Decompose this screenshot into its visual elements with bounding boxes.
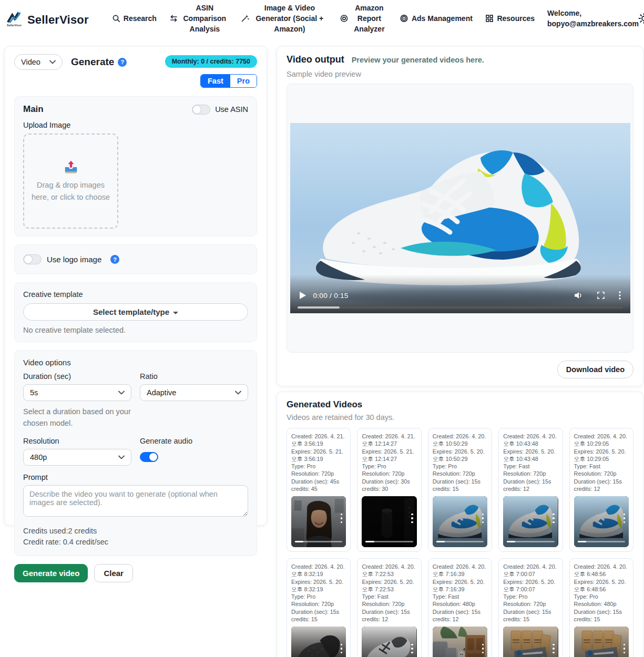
nav-item-label: ASIN Comparison Analysis: [181, 3, 228, 35]
thumbnail-more-options-icon[interactable]: [553, 514, 555, 523]
grid-icon: [485, 14, 494, 23]
video-credits-text: credits: 45: [291, 485, 346, 492]
thumbnail-more-options-icon[interactable]: [482, 644, 484, 654]
use-asin-toggle[interactable]: [192, 105, 210, 115]
video-duration-text: Duration (sec): 15s: [291, 608, 346, 615]
video-thumbnail[interactable]: [574, 496, 629, 547]
thumbnail-more-options-icon[interactable]: [482, 514, 484, 523]
video-duration-text: Duration (sec): 15s: [503, 478, 558, 485]
video-thumbnail[interactable]: [503, 496, 558, 547]
nav-item-resources[interactable]: Resources: [485, 13, 535, 24]
generate-video-button[interactable]: Generate video: [14, 564, 88, 582]
nav-item-image-video-generator-social-amazon[interactable]: Image & Video Generator (Social + Amazon…: [241, 3, 327, 35]
logo-help-icon[interactable]: ?: [110, 255, 119, 264]
volume-icon[interactable]: [574, 291, 583, 300]
upload-image-label: Upload Image: [23, 121, 248, 129]
resolution-select[interactable]: 480p: [23, 449, 131, 466]
select-template-label: Select template/type: [93, 307, 169, 316]
video-resolution-text: Resolution: 720p: [503, 470, 558, 477]
ratio-label: Ratio: [140, 372, 248, 381]
tab-pro[interactable]: Pro: [230, 75, 257, 87]
generate-audio-toggle[interactable]: [140, 452, 158, 462]
thumbnail-progress-bar[interactable]: [295, 541, 342, 543]
brand-logo[interactable]: SellerVisor SellerVisor: [5, 10, 89, 27]
generate-help-icon[interactable]: ?: [118, 58, 127, 67]
creative-template-section: Creative template Select template/type N…: [14, 282, 257, 342]
tab-fast[interactable]: Fast: [201, 75, 230, 87]
video-card: Created: 2026. 4. 20. 오후 7:00:07 Expires…: [498, 558, 563, 657]
play-button[interactable]: [300, 292, 306, 299]
thumbnail-more-options-icon[interactable]: [341, 514, 343, 523]
video-player[interactable]: 0:00 / 0:15: [290, 123, 630, 313]
video-created-text: Created: 2026. 4. 20. 오후 10:50:29: [433, 433, 487, 448]
nav-item-amazon-report-analyzer[interactable]: Amazon Report Analyzer: [340, 3, 386, 35]
thumbnail-progress-bar[interactable]: [365, 541, 413, 543]
sample-preview-label: Sample video preview: [287, 70, 633, 78]
player-progress-bar[interactable]: [298, 306, 623, 309]
select-template-button[interactable]: Select template/type: [23, 303, 248, 321]
video-thumbnail[interactable]: [433, 496, 487, 547]
download-video-button[interactable]: Download video: [557, 361, 633, 378]
thumbnail-more-options-icon[interactable]: [553, 644, 555, 654]
video-card: Created: 2026. 4. 21. 오후 3:56:19 Expires…: [287, 428, 351, 552]
video-expires-text: Expires: 2026. 5. 20. 오후 7:00:07: [503, 578, 558, 593]
dropzone-text: Drag & drop images here, or click to cho…: [29, 179, 112, 203]
video-thumbnail[interactable]: [433, 627, 487, 657]
nav-item-label: Ads Management: [412, 13, 473, 24]
video-meta: Created: 2026. 4. 21. 오후 3:56:19 Expires…: [291, 433, 346, 492]
video-type-text: Type: Pro: [433, 463, 487, 470]
video-resolution-text: Resolution: 720p: [503, 600, 558, 608]
video-resolution-text: Resolution: 480p: [433, 600, 487, 608]
thumbnail-progress-bar[interactable]: [436, 541, 484, 543]
nav-item-asin-comparison-analysis[interactable]: ASIN Comparison Analysis: [169, 3, 228, 35]
fullscreen-icon[interactable]: [597, 291, 605, 300]
video-thumbnail[interactable]: [362, 496, 416, 547]
video-duration-text: Duration (sec): 15s: [574, 608, 629, 615]
video-thumbnail[interactable]: [291, 627, 346, 657]
credit-rate-text: Credit rate: 0.4 credit/sec: [23, 537, 248, 548]
video-credits-text: credits: 12: [362, 615, 416, 623]
duration-select[interactable]: 5s: [23, 384, 131, 401]
video-expires-text: Expires: 2026. 5. 20. 오후 10:50:29: [433, 448, 487, 463]
thumbnail-shade: [433, 496, 487, 547]
thumbnail-more-options-icon[interactable]: [623, 514, 626, 523]
thumbnail-more-options-icon[interactable]: [623, 644, 626, 654]
video-thumbnail[interactable]: [503, 627, 558, 657]
prompt-textarea[interactable]: [23, 485, 248, 517]
nav-item-label: Research: [124, 13, 157, 24]
thumbnail-shade: [574, 496, 629, 547]
thumbnail-progress-bar[interactable]: [578, 541, 625, 543]
thumbnail-more-options-icon[interactable]: [341, 644, 343, 654]
video-type-text: Type: Fast: [362, 593, 416, 600]
logo-image-section: Use logo image ?: [14, 244, 257, 274]
video-duration-text: Duration (sec): 15s: [433, 608, 487, 615]
generated-videos-subtitle: Videos are retained for 30 days.: [287, 413, 633, 422]
nav-item-research[interactable]: Research: [112, 13, 157, 24]
video-duration-text: Duration (sec): 15s: [433, 478, 487, 485]
no-template-text: No creative template selected.: [23, 326, 248, 334]
generate-title: Generate: [71, 56, 114, 68]
thumbnail-more-options-icon[interactable]: [411, 514, 413, 523]
more-options-icon[interactable]: [619, 291, 621, 300]
thumbnail-progress-bar[interactable]: [507, 541, 554, 543]
video-type-text: Type: Fast: [433, 593, 487, 600]
thumbnail-more-options-icon[interactable]: [411, 644, 413, 654]
image-dropzone[interactable]: Drag & drop images here, or click to cho…: [23, 134, 118, 229]
video-type-text: Type: Pro: [503, 593, 558, 600]
video-thumbnail[interactable]: [362, 627, 416, 657]
video-thumbnail[interactable]: [574, 627, 629, 657]
nav-item-ads-management[interactable]: Ads Management: [400, 13, 473, 24]
ratio-select[interactable]: Adaptive: [140, 384, 248, 401]
video-type-text: Type: Pro: [291, 593, 346, 600]
thumbnail-shade: [362, 627, 416, 657]
mode-select[interactable]: Video: [14, 54, 63, 70]
clear-button[interactable]: Clear: [94, 564, 133, 582]
video-thumbnail[interactable]: [291, 496, 346, 547]
video-created-text: Created: 2026. 4. 20. 오후 7:00:07: [503, 563, 558, 578]
main-section: Main Use ASIN Upload Image Drag & drop i…: [14, 96, 257, 237]
credits-used-text: Credits used:2 credits: [23, 526, 248, 537]
video-created-text: Created: 2026. 4. 20. 오후 10:43:48: [503, 433, 558, 448]
settings-gear-icon[interactable]: [638, 13, 644, 26]
mode-select-value: Video: [21, 58, 40, 66]
use-logo-toggle[interactable]: [23, 254, 42, 264]
